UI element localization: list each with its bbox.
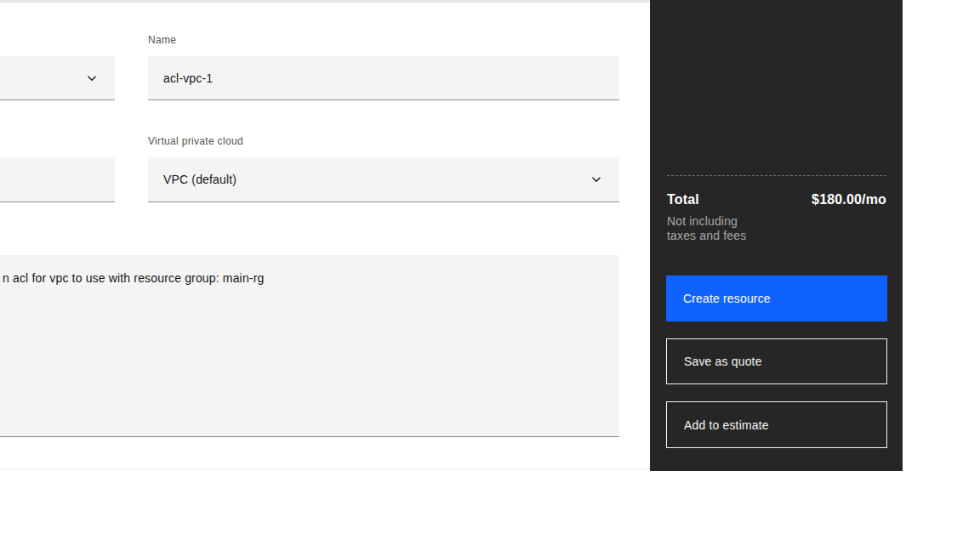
total-row: Total $180.00/mo	[667, 192, 886, 207]
total-value: $180.00/mo	[812, 192, 886, 207]
vpc-dropdown-value: VPC (default)	[148, 173, 236, 186]
chevron-down-icon	[590, 173, 603, 186]
description-textarea[interactable]: n acl for vpc to use with resource group…	[0, 255, 619, 437]
name-input[interactable]: acl-vpc-1	[148, 56, 619, 100]
add-to-estimate-button[interactable]: Add to estimate	[666, 401, 887, 448]
save-as-quote-button[interactable]: Save as quote	[666, 338, 887, 384]
vpc-label: Virtual private cloud	[148, 134, 243, 148]
total-label: Total	[667, 192, 699, 207]
form-card: Name acl-vpc-1 Virtual private cloud VPC…	[0, 3, 650, 469]
description-textarea-value: n acl for vpc to use with resource group…	[3, 270, 264, 287]
chevron-down-icon	[85, 71, 99, 85]
name-label: Name	[148, 33, 176, 47]
create-resource-button[interactable]: Create resource	[666, 276, 887, 321]
name-input-value: acl-vpc-1	[148, 71, 213, 85]
tax-disclaimer-line2: taxes and fees	[667, 229, 746, 243]
tax-disclaimer-line1: Not including	[667, 214, 746, 229]
tax-disclaimer: Not including taxes and fees	[667, 214, 746, 243]
left-dropdown-truncated[interactable]	[0, 56, 115, 100]
left-input-truncated[interactable]	[0, 157, 115, 202]
order-summary-panel: Total $180.00/mo Not including taxes and…	[650, 0, 903, 471]
vpc-dropdown[interactable]: VPC (default)	[148, 157, 619, 202]
page: Name acl-vpc-1 Virtual private cloud VPC…	[0, 0, 980, 551]
summary-divider	[667, 175, 886, 176]
